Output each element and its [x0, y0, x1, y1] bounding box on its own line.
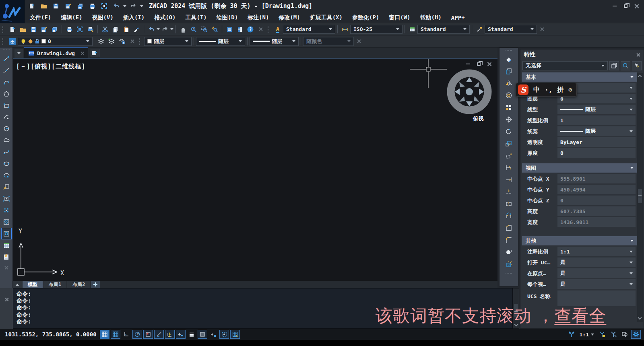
- toolbar-close-button[interactable]: [3, 264, 10, 271]
- hatch-icon[interactable]: [1, 216, 12, 228]
- menu-draw[interactable]: 绘图(D): [212, 14, 243, 21]
- menu-modify[interactable]: 修改(M): [274, 14, 305, 21]
- qa-save-all-icon[interactable]: [75, 1, 85, 11]
- qa-undo-icon[interactable]: [111, 1, 122, 11]
- menu-app-plus[interactable]: APP+: [446, 14, 470, 21]
- arc-icon[interactable]: [1, 111, 12, 123]
- print-icon[interactable]: [64, 24, 74, 35]
- pickadd-toggle-button[interactable]: [609, 61, 619, 70]
- zoom-realtime-icon[interactable]: [188, 24, 199, 35]
- save-all-icon[interactable]: [49, 24, 60, 35]
- polygon-icon[interactable]: [1, 88, 12, 99]
- window-minimize-button[interactable]: [613, 6, 617, 6]
- tab-model[interactable]: 模型: [23, 281, 43, 288]
- scale-icon[interactable]: [504, 138, 514, 150]
- ime-punctuation-button[interactable]: ·,: [545, 86, 552, 94]
- annotation-scale-field[interactable]: 1:1: [557, 247, 636, 257]
- lineweight-select[interactable]: 随层: [250, 37, 299, 46]
- circle-icon[interactable]: [1, 123, 12, 134]
- ucs-icon-on-field[interactable]: 是: [557, 257, 636, 268]
- viewport-controls[interactable]: [－][俯视][二维线框]: [16, 63, 85, 70]
- ime-pinyin-button[interactable]: 拼: [557, 86, 564, 94]
- doc-restore-button[interactable]: [477, 62, 481, 66]
- match-properties-icon[interactable]: [131, 24, 142, 35]
- menu-edit[interactable]: 编辑(E): [56, 14, 87, 21]
- current-layer-select[interactable]: 0: [18, 37, 93, 46]
- fillet-icon[interactable]: [504, 234, 514, 246]
- sogou-logo-icon[interactable]: S: [518, 84, 528, 95]
- qa-save-icon[interactable]: [51, 1, 61, 11]
- tab-layout2[interactable]: 布局2: [67, 281, 90, 288]
- ortho-toggle-icon[interactable]: [122, 330, 131, 339]
- mirror-icon[interactable]: [504, 77, 514, 89]
- qa-redo-caret-icon[interactable]: [140, 5, 143, 7]
- toolbar-close-button[interactable]: [257, 26, 264, 33]
- selection-cycling-toggle-icon[interactable]: [219, 330, 229, 339]
- section-misc[interactable]: 其他: [522, 236, 637, 245]
- lyrics-view-full-link[interactable]: 查看全: [554, 306, 606, 325]
- new-icon[interactable]: [7, 24, 18, 35]
- annotation-scale-button[interactable]: 1:1: [578, 332, 596, 338]
- ucs-per-viewport-field[interactable]: 是: [557, 279, 636, 289]
- pan-icon[interactable]: [178, 24, 188, 35]
- linetype-select[interactable]: 随层: [196, 37, 245, 46]
- linetype-scale-field[interactable]: 1: [557, 115, 636, 126]
- text-style-select[interactable]: Standard: [283, 25, 335, 34]
- properties-scrollbar[interactable]: [637, 73, 643, 322]
- coordinates-readout[interactable]: 1031.5352, 735.8865, 0.0000: [5, 331, 97, 338]
- table-style-select[interactable]: Standard: [417, 25, 470, 34]
- toolbar-close-button[interactable]: [539, 26, 545, 33]
- undo-icon[interactable]: [146, 24, 157, 35]
- layer-previous-icon[interactable]: [106, 36, 117, 47]
- offset-icon[interactable]: [504, 89, 514, 101]
- undo-more-caret-icon[interactable]: [157, 28, 160, 30]
- properties-palette-icon[interactable]: [224, 24, 235, 35]
- menu-help[interactable]: 帮助(H): [415, 14, 446, 21]
- window-restore-button[interactable]: [624, 4, 627, 8]
- tab-layout1[interactable]: 布局1: [43, 281, 66, 288]
- linetype-value-field[interactable]: 随层: [557, 105, 636, 115]
- section-view[interactable]: 视图: [522, 163, 637, 173]
- mleader-style-select[interactable]: Standard: [485, 25, 537, 34]
- dynamic-ucs-toggle-icon[interactable]: [208, 330, 218, 339]
- redo-more-caret-icon[interactable]: [170, 28, 173, 30]
- donut-icon[interactable]: [1, 228, 12, 239]
- break-icon[interactable]: [504, 198, 514, 210]
- section-basic[interactable]: 基本: [522, 72, 637, 82]
- menu-insert[interactable]: 插入(I): [118, 14, 149, 21]
- table-icon[interactable]: [1, 239, 12, 251]
- object-snap-toggle-icon[interactable]: [143, 330, 153, 339]
- toolbar-grip[interactable]: [2, 26, 4, 33]
- menu-view[interactable]: 视图(V): [87, 14, 118, 21]
- grid-toggle-icon[interactable]: [100, 330, 109, 339]
- isometric-drafting-toggle-icon[interactable]: [230, 330, 240, 339]
- dynamic-input-toggle-icon[interactable]: [176, 330, 186, 339]
- save-as-icon[interactable]: [39, 24, 49, 35]
- navigation-wheel[interactable]: [446, 68, 493, 115]
- ucs-name-field[interactable]: [557, 290, 636, 307]
- object-snap-tracking-toggle-icon[interactable]: [165, 330, 175, 339]
- paste-icon[interactable]: [121, 24, 131, 35]
- layer-match-icon[interactable]: [96, 36, 106, 47]
- array-icon[interactable]: [504, 101, 514, 113]
- menu-parametric[interactable]: 参数化(P): [347, 14, 384, 21]
- design-center-icon[interactable]: [235, 24, 245, 35]
- toolbar-grip[interactable]: [506, 50, 512, 52]
- revision-cloud-icon[interactable]: [1, 134, 12, 146]
- model-viewport[interactable]: [－][俯视][二维线框]: [13, 58, 497, 281]
- transparency-toggle-icon[interactable]: [198, 330, 207, 339]
- zoom-window-icon[interactable]: [199, 24, 209, 35]
- document-tab[interactable]: Drawing1.dwg: [24, 47, 88, 58]
- rotate-icon[interactable]: [504, 126, 514, 138]
- toolbar-grip[interactable]: [268, 26, 270, 33]
- command-close-button[interactable]: [5, 298, 8, 301]
- toolbar-grip[interactable]: [2, 38, 4, 45]
- print-preview-icon[interactable]: [74, 24, 85, 35]
- selection-preview-icon[interactable]: [620, 330, 630, 339]
- extend-icon[interactable]: [504, 174, 514, 186]
- color-select[interactable]: 随层: [144, 37, 192, 46]
- annotation-visibility-icon[interactable]: [597, 330, 607, 339]
- toolbar-close-button[interactable]: [355, 38, 362, 45]
- join-icon[interactable]: [504, 210, 514, 222]
- move-icon[interactable]: [504, 113, 514, 126]
